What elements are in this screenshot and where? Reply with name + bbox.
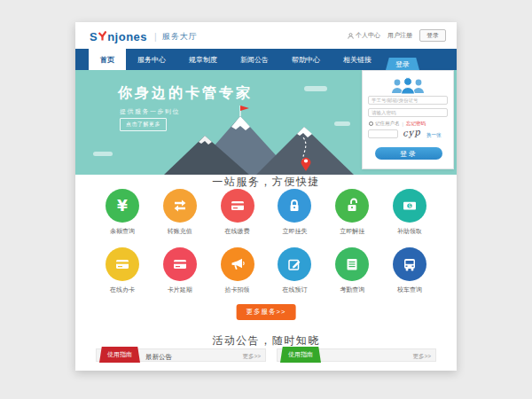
personal-center-link[interactable]: 个人中心 bbox=[348, 31, 380, 40]
yen-icon: ¥ bbox=[117, 197, 128, 215]
announcements-title: 活动公告，随时知晓 bbox=[75, 333, 457, 348]
svg-text:$: $ bbox=[408, 203, 411, 208]
lock-icon bbox=[286, 198, 302, 214]
cloud-icon bbox=[304, 86, 327, 91]
service-attendance[interactable]: 考勤查询 bbox=[326, 247, 378, 294]
nav-item-home[interactable]: 首页 bbox=[89, 49, 126, 70]
service-card-extension[interactable]: 卡片延期 bbox=[154, 247, 206, 294]
logo[interactable]: S njones | 服务大厅 bbox=[90, 28, 198, 44]
site-container: S njones | 服务大厅 个人中心 用户注册 登录 首页 服务中心 规章制… bbox=[75, 22, 457, 371]
header-login-button[interactable]: 登录 bbox=[419, 29, 446, 42]
nav-item-service-center[interactable]: 服务中心 bbox=[126, 49, 177, 70]
more-link-left[interactable]: 更多>> bbox=[242, 353, 261, 361]
card-icon bbox=[172, 256, 188, 272]
captcha-image[interactable]: cyp bbox=[403, 127, 421, 137]
guide-panel-left: 使用指南 最新公告 更多>> bbox=[96, 348, 266, 362]
nav-item-help-center[interactable]: 帮助中心 bbox=[280, 49, 332, 70]
nav-item-news[interactable]: 新闻公告 bbox=[229, 49, 280, 70]
bus-icon bbox=[402, 256, 418, 272]
page-background: S njones | 服务大厅 个人中心 用户注册 登录 首页 服务中心 规章制… bbox=[0, 0, 532, 399]
services-row-1: ¥ 余额查询 转账充值 在线缴费 bbox=[97, 189, 435, 236]
captcha-refresh-link[interactable]: 换一张 bbox=[426, 132, 442, 138]
service-report-loss[interactable]: 立即挂失 bbox=[269, 189, 320, 236]
username-input[interactable] bbox=[368, 96, 448, 105]
card-icon bbox=[230, 198, 246, 214]
logo-text-2: njones bbox=[107, 30, 147, 43]
edit-icon bbox=[286, 256, 302, 272]
service-online-booking[interactable]: 在线预订 bbox=[269, 247, 320, 294]
services-row-2: 在线办卡 卡片延期 拾卡招领 bbox=[97, 247, 435, 294]
usage-guide-tab-left[interactable]: 使用指南 bbox=[99, 347, 140, 363]
logo-divider: | bbox=[154, 32, 157, 42]
service-subsidy[interactable]: $ 补助领取 bbox=[384, 189, 435, 236]
cloud-icon bbox=[93, 152, 113, 156]
hero-headline: 你身边的卡管专家 bbox=[118, 84, 253, 103]
nav-item-links[interactable]: 相关链接 bbox=[332, 49, 383, 70]
guide-panel-right: 使用指南 更多>> bbox=[277, 348, 436, 362]
users-avatar-icon bbox=[363, 75, 453, 95]
banknote-icon: $ bbox=[402, 198, 418, 214]
service-transfer[interactable]: 转账充值 bbox=[154, 189, 206, 236]
logo-text-1: S bbox=[90, 30, 98, 43]
more-link-right[interactable]: 更多>> bbox=[412, 353, 431, 361]
latest-announcements-tab[interactable]: 最新公告 bbox=[145, 353, 172, 362]
user-register-link[interactable]: 用户注册 bbox=[387, 31, 412, 40]
service-apply-card[interactable]: 在线办卡 bbox=[97, 247, 148, 294]
service-found-card[interactable]: 拾卡招领 bbox=[212, 247, 263, 294]
header-links: 个人中心 用户注册 登录 bbox=[348, 29, 446, 42]
captcha-input[interactable] bbox=[368, 129, 398, 138]
unlock-icon bbox=[344, 198, 360, 214]
mountain-illustration bbox=[164, 102, 359, 175]
service-pay-online[interactable]: 在线缴费 bbox=[212, 189, 263, 236]
password-input[interactable] bbox=[368, 108, 448, 117]
remember-label: 记住用户名 bbox=[375, 121, 400, 127]
megaphone-icon bbox=[230, 256, 246, 272]
more-services-button[interactable]: 更多服务>> bbox=[237, 304, 296, 320]
logo-subtitle: 服务大厅 bbox=[162, 31, 198, 43]
person-icon bbox=[348, 33, 354, 39]
forgot-password-link[interactable]: 忘记密码 bbox=[406, 121, 426, 127]
remember-checkbox[interactable] bbox=[369, 121, 373, 126]
login-panel: 记住用户名 | 忘记密码 cyp 换一张 登录 bbox=[362, 70, 454, 169]
list-icon bbox=[344, 256, 360, 272]
remember-row: 记住用户名 | 忘记密码 bbox=[369, 121, 450, 127]
login-panel-tab[interactable]: 登录 bbox=[386, 58, 419, 70]
hero-cta-button[interactable]: 点击了解更多 bbox=[120, 118, 167, 131]
usage-guide-tab-right[interactable]: 使用指南 bbox=[280, 347, 321, 363]
logo-accent-icon bbox=[98, 28, 106, 44]
flag-icon bbox=[240, 106, 249, 111]
service-school-bus[interactable]: 校车查询 bbox=[384, 247, 435, 294]
nav-item-rules[interactable]: 规章制度 bbox=[177, 49, 229, 70]
transfer-icon bbox=[172, 198, 188, 214]
header: S njones | 服务大厅 个人中心 用户注册 登录 bbox=[75, 22, 457, 49]
login-submit-button[interactable]: 登录 bbox=[375, 147, 442, 160]
card-icon bbox=[114, 256, 130, 272]
service-balance[interactable]: ¥ 余额查询 bbox=[97, 189, 148, 236]
services-title: 一站服务，方便快捷 bbox=[75, 175, 457, 190]
service-cancel-loss[interactable]: 立即解挂 bbox=[326, 189, 378, 236]
